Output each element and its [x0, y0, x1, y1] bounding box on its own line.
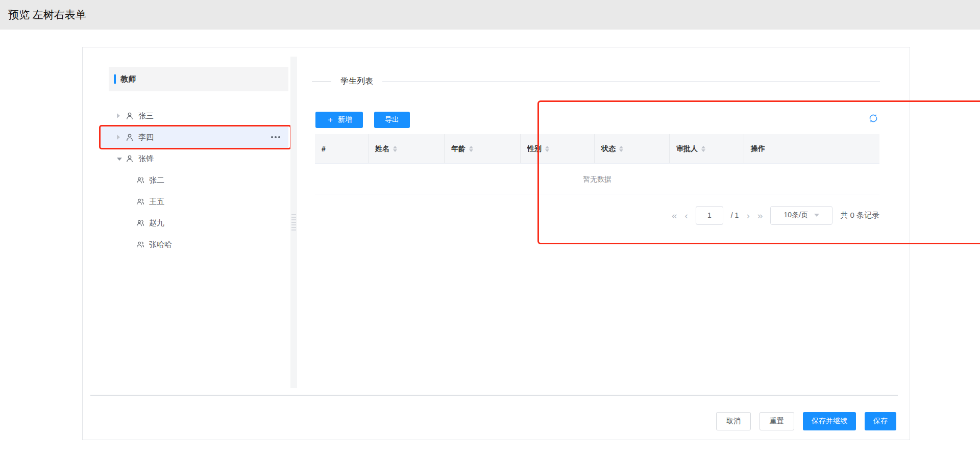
page-size-select[interactable]: 10条/页 — [770, 206, 832, 225]
table-empty-state: 暂无数据 — [315, 164, 879, 194]
people-icon — [136, 175, 145, 185]
next-page-icon[interactable]: › — [746, 211, 749, 220]
cancel-button[interactable]: 取消 — [716, 412, 751, 430]
column-label: 操作 — [751, 144, 765, 154]
caret-right-icon[interactable] — [117, 135, 125, 140]
section-divider: 学生列表 — [312, 75, 880, 87]
column-header[interactable]: # — [315, 134, 368, 163]
sort-icon[interactable] — [393, 146, 397, 152]
column-header[interactable]: 操作 — [744, 134, 879, 163]
add-button[interactable]: ＋ 新增 — [315, 112, 363, 128]
export-button[interactable]: 导出 — [374, 112, 410, 128]
tree-item[interactable]: 张三 — [101, 105, 288, 126]
save-and-continue-button[interactable]: 保存并继续 — [803, 412, 856, 430]
table-toolbar: ＋ 新增 导出 — [315, 112, 410, 128]
column-header[interactable]: 审批人 — [669, 134, 744, 163]
tree-item[interactable]: 李四 — [101, 126, 288, 148]
tree-panel-header: 教师 — [109, 67, 288, 91]
tree-item-label: 张哈哈 — [149, 240, 172, 249]
page-count-label: / 1 — [731, 211, 739, 219]
form-card: 教师 张三李四张锋张二王五赵九张哈哈 学生列表 ＋ 新增 导出 — [82, 47, 910, 440]
table-header-row: #姓名年龄性别状态审批人操作 — [315, 134, 879, 164]
last-page-icon[interactable]: » — [757, 211, 763, 220]
tree-item[interactable]: 王五 — [101, 191, 288, 212]
column-header[interactable]: 年龄 — [444, 134, 520, 163]
footer-divider — [90, 395, 898, 396]
top-header-bar: 预览 左树右表单 — [0, 0, 980, 30]
tree-item-label: 张三 — [138, 111, 154, 121]
pagination: « ‹ / 1 › » 10条/页 共 0 条记录 — [672, 206, 879, 225]
tree-item[interactable]: 赵九 — [101, 212, 288, 234]
tree-list: 张三李四张锋张二王五赵九张哈哈 — [101, 105, 288, 255]
caret-right-icon[interactable] — [117, 113, 125, 118]
tree-item-label: 李四 — [138, 133, 154, 142]
column-label: 状态 — [601, 144, 616, 154]
person-icon — [125, 133, 134, 142]
splitter-grip-icon — [290, 213, 297, 232]
accent-bar — [114, 74, 116, 84]
total-records-label: 共 0 条记录 — [840, 211, 879, 220]
column-header[interactable]: 状态 — [594, 134, 669, 163]
save-button[interactable]: 保存 — [865, 412, 896, 430]
divider-line — [312, 81, 331, 82]
column-label: 性别 — [527, 144, 542, 154]
column-header[interactable]: 姓名 — [368, 134, 444, 163]
footer-actions: 取消 重置 保存并继续 保存 — [716, 412, 896, 430]
first-page-icon[interactable]: « — [672, 211, 677, 220]
sort-icon[interactable] — [701, 146, 705, 152]
page-number-input[interactable] — [696, 206, 723, 225]
column-label: 年龄 — [451, 144, 465, 154]
tree-item-label: 赵九 — [149, 218, 164, 228]
column-header[interactable]: 性别 — [520, 134, 594, 163]
reset-button[interactable]: 重置 — [760, 412, 794, 430]
tree-item[interactable]: 张二 — [101, 169, 288, 191]
sort-icon[interactable] — [469, 146, 473, 152]
divider-line — [382, 81, 880, 82]
tree-item[interactable]: 张哈哈 — [101, 234, 288, 255]
students-table: #姓名年龄性别状态审批人操作 暂无数据 — [315, 134, 879, 194]
plus-icon: ＋ — [326, 116, 334, 124]
prev-page-icon[interactable]: ‹ — [685, 211, 688, 220]
sort-icon[interactable] — [545, 146, 549, 152]
column-label: 姓名 — [375, 144, 389, 154]
person-icon — [125, 111, 134, 120]
person-icon — [125, 154, 134, 163]
column-label: 审批人 — [676, 144, 698, 154]
page-title: 预览 左树右表单 — [8, 8, 86, 22]
caret-down-icon[interactable] — [117, 157, 125, 161]
people-icon — [136, 218, 145, 227]
page-size-value: 10条/页 — [784, 211, 808, 220]
tree-panel: 教师 张三李四张锋张二王五赵九张哈哈 — [101, 67, 288, 255]
chevron-down-icon — [814, 214, 819, 217]
panel-splitter[interactable] — [290, 57, 297, 388]
tree-item[interactable]: 张锋 — [101, 148, 288, 169]
tree-item-label: 王五 — [149, 197, 164, 207]
student-list-panel: 学生列表 ＋ 新增 导出 #姓名年龄性别状态审批人操作 暂无数据 — [312, 47, 880, 441]
export-button-label: 导出 — [385, 115, 399, 124]
add-button-label: 新增 — [338, 115, 352, 124]
refresh-icon[interactable] — [868, 113, 879, 124]
column-label: # — [322, 145, 326, 153]
sort-icon[interactable] — [619, 146, 623, 152]
tree-item-label: 张二 — [149, 175, 164, 185]
more-actions-icon[interactable] — [271, 136, 280, 138]
section-title: 学生列表 — [340, 76, 373, 87]
tree-panel-title: 教师 — [120, 74, 136, 84]
people-icon — [136, 197, 145, 206]
tree-item-label: 张锋 — [138, 154, 154, 164]
people-icon — [136, 240, 145, 249]
